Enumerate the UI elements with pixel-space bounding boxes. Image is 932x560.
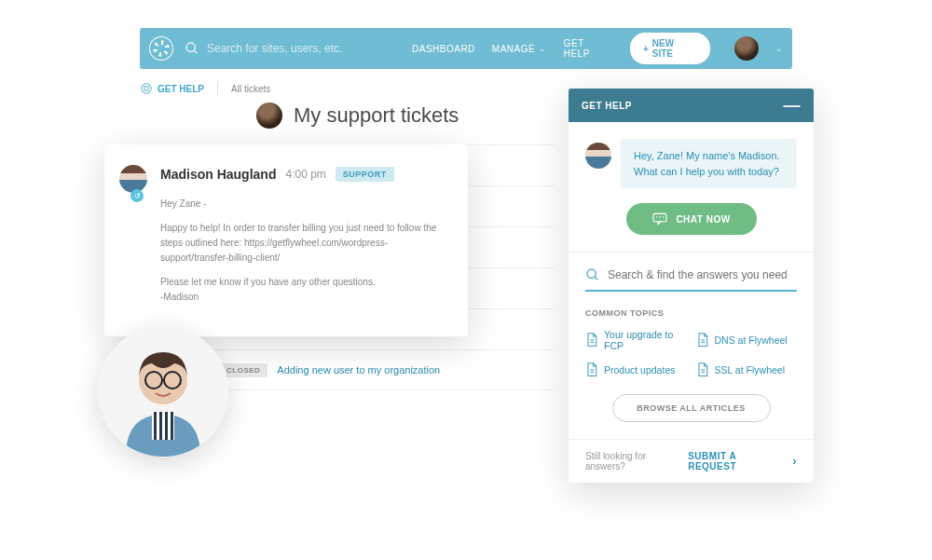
chevron-down-icon: ⌄: [539, 44, 547, 53]
reply-line: Hey Zane -: [160, 197, 447, 212]
topic-link[interactable]: DNS at Flywheel: [696, 329, 798, 351]
agent-avatar: [585, 143, 611, 169]
browse-articles-button[interactable]: BROWSE ALL ARTICLES: [612, 394, 771, 422]
topic-label: Your upgrade to FCP: [604, 329, 687, 351]
svg-rect-17: [653, 213, 666, 221]
agent-avatar: [119, 165, 147, 193]
reply-line: Please let me know if you have any other…: [160, 277, 376, 287]
page-heading: My support tickets: [256, 102, 459, 129]
svg-line-5: [148, 85, 150, 87]
reply-icon: ↺: [130, 189, 144, 202]
support-tag: SUPPORT: [336, 167, 394, 182]
global-search[interactable]: [185, 41, 412, 56]
footer-hint: Still looking for answers?: [585, 451, 688, 471]
page-title: My support tickets: [294, 103, 459, 128]
reply-card: ↺ Madison Haugland 4:00 pm SUPPORT Hey Z…: [104, 144, 468, 336]
chat-now-label: CHAT NOW: [676, 214, 730, 225]
help-ring-icon: [140, 82, 153, 95]
agent-portrait: [98, 326, 228, 457]
reply-time: 4:00 pm: [285, 168, 325, 181]
help-panel-title: GET HELP: [582, 101, 632, 111]
top-nav: DASHBOARD MANAGE⌄ GET HELP +NEW SITE ⌄: [140, 28, 792, 69]
chat-icon: [651, 212, 668, 225]
breadcrumb-gethelp-label: GET HELP: [158, 84, 204, 94]
card-header: Madison Haugland 4:00 pm SUPPORT: [160, 167, 447, 182]
help-panel-footer: Still looking for answers? SUBMIT A REQU…: [569, 439, 814, 483]
svg-point-21: [587, 269, 596, 278]
svg-point-0: [186, 43, 195, 51]
nav-gethelp[interactable]: GET HELP: [564, 38, 613, 59]
reply-line: Happy to help! In order to transfer bill…: [160, 221, 447, 266]
agent-name: Madison Haugland: [160, 167, 276, 182]
doc-icon: [585, 362, 598, 377]
help-search-input[interactable]: [608, 268, 797, 281]
topic-label: DNS at Flywheel: [715, 335, 788, 346]
chat-bubble: Hey, Zane! My name's Madison. What can I…: [621, 139, 797, 188]
submit-request-link[interactable]: SUBMIT A REQUEST›: [688, 451, 797, 471]
help-panel-header: GET HELP —: [569, 89, 814, 122]
svg-line-22: [595, 277, 597, 280]
user-avatar: [256, 102, 282, 129]
doc-icon: [696, 362, 709, 377]
submit-request-label: SUBMIT A REQUEST: [688, 451, 787, 471]
ticket-link[interactable]: Adding new user to my organization: [277, 364, 440, 376]
greeting-line: What can I help you with today?: [634, 166, 779, 177]
doc-icon: [585, 333, 598, 348]
search-icon: [585, 267, 600, 282]
topic-link[interactable]: SSL at Flywheel: [696, 362, 798, 377]
reply-body: Hey Zane - Happy to help! In order to tr…: [160, 197, 447, 305]
reply-signature: -Madison: [160, 292, 199, 302]
chat-greeting: Hey, Zane! My name's Madison. What can I…: [585, 139, 797, 188]
breadcrumb-all-tickets[interactable]: All tickets: [231, 84, 270, 94]
nav-dashboard[interactable]: DASHBOARD: [412, 44, 475, 54]
divider: [569, 252, 814, 253]
new-site-button[interactable]: +NEW SITE: [630, 33, 710, 64]
svg-point-3: [144, 87, 149, 91]
topic-label: SSL at Flywheel: [715, 364, 785, 376]
common-topics-heading: COMMON TOPICS: [585, 308, 797, 318]
topic-link[interactable]: Product updates: [585, 362, 687, 377]
svg-line-4: [143, 85, 144, 87]
common-topics: Your upgrade to FCP DNS at Flywheel Prod…: [585, 329, 797, 377]
greeting-line: Hey, Zane! My name's Madison.: [634, 150, 780, 161]
topic-link[interactable]: Your upgrade to FCP: [585, 329, 687, 351]
help-panel: GET HELP — Hey, Zane! My name's Madison.…: [569, 89, 814, 483]
table-row[interactable]: CLOSED Adding new user to my organizatio…: [210, 349, 555, 390]
chevron-right-icon: ›: [793, 455, 798, 468]
chat-now-button[interactable]: CHAT NOW: [626, 203, 757, 235]
svg-line-1: [194, 50, 197, 53]
new-site-label: NEW SITE: [652, 38, 697, 59]
nav-manage-label: MANAGE: [492, 44, 535, 54]
help-search[interactable]: [585, 267, 797, 292]
minimize-icon[interactable]: —: [784, 97, 802, 114]
breadcrumb: GET HELP All tickets: [140, 75, 270, 102]
user-avatar[interactable]: [734, 36, 759, 61]
doc-icon: [696, 333, 709, 348]
svg-line-6: [143, 90, 144, 92]
search-icon: [185, 41, 199, 56]
breadcrumb-gethelp[interactable]: GET HELP: [140, 82, 204, 95]
topic-label: Product updates: [604, 364, 675, 376]
search-input[interactable]: [207, 42, 412, 55]
chevron-down-icon[interactable]: ⌄: [775, 44, 783, 53]
svg-rect-10: [152, 412, 174, 440]
svg-line-7: [148, 90, 150, 92]
flywheel-logo-icon[interactable]: [149, 36, 173, 61]
separator: [217, 81, 218, 96]
person-illustration: [98, 326, 228, 457]
nav-links: DASHBOARD MANAGE⌄ GET HELP +NEW SITE ⌄: [412, 33, 783, 64]
nav-manage[interactable]: MANAGE⌄: [492, 44, 547, 54]
plus-icon: +: [643, 44, 649, 54]
